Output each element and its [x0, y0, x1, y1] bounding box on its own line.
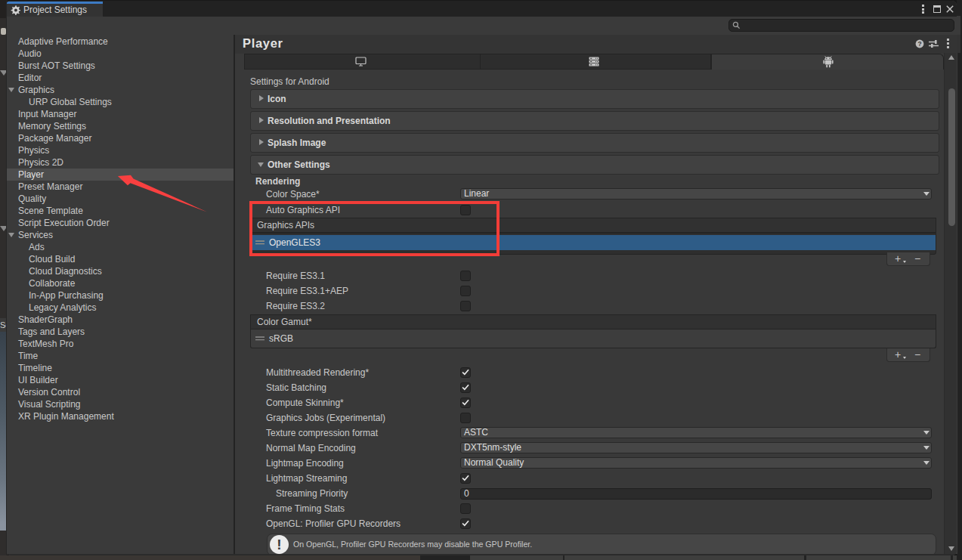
svg-text:?: ? — [917, 40, 921, 48]
